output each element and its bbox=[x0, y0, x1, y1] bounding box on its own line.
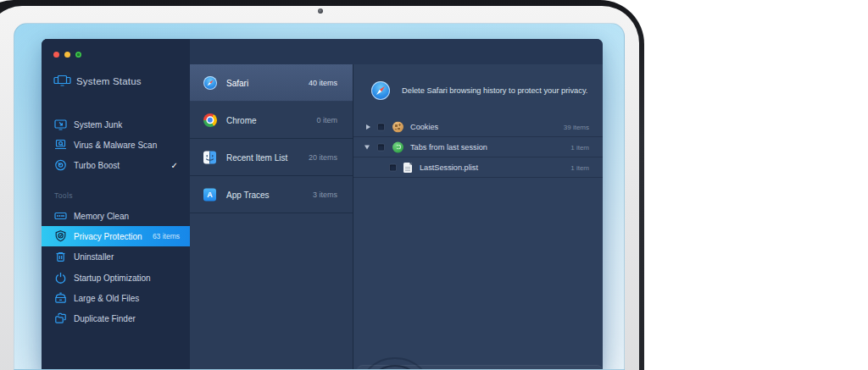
category-row-chrome[interactable]: Chrome 0 item bbox=[190, 102, 353, 139]
detail-row-count: 1 item bbox=[570, 143, 589, 151]
duplicate-finder-icon bbox=[54, 312, 67, 324]
detail-row-label: Tabs from last session bbox=[410, 143, 487, 152]
session-icon bbox=[392, 141, 403, 152]
detail-row-cookies[interactable]: Cookies 39 items bbox=[353, 117, 603, 137]
turbo-boost-checkmark: ✓ bbox=[171, 161, 178, 170]
detail-description: Delete Safari browsing history to protec… bbox=[402, 86, 587, 95]
sidebar-item-duplicate-finder[interactable]: Duplicate Finder bbox=[42, 309, 190, 328]
app-title: System Status bbox=[53, 75, 142, 87]
clean-button-ring: Clean bbox=[364, 365, 426, 370]
detail-header: Delete Safari browsing history to protec… bbox=[353, 64, 603, 117]
category-row-recent-items[interactable]: Recent Item List 20 items bbox=[190, 139, 353, 176]
system-junk-icon bbox=[54, 119, 67, 130]
tabs-session-checkbox[interactable] bbox=[377, 143, 385, 151]
category-count: 40 items bbox=[309, 79, 337, 87]
category-list: Safari 40 items Chrome 0 item bbox=[190, 64, 353, 370]
detail-row-label: Cookies bbox=[410, 123, 438, 131]
category-count: 0 item bbox=[316, 116, 337, 124]
category-label: Chrome bbox=[226, 115, 257, 124]
sidebar-item-label: Memory Clean bbox=[74, 212, 129, 221]
safari-icon bbox=[203, 76, 217, 90]
expander-expanded-icon[interactable] bbox=[364, 145, 370, 149]
startup-optimization-icon bbox=[54, 272, 67, 284]
uninstaller-icon bbox=[54, 251, 67, 262]
sidebar-item-label: Startup Optimization bbox=[74, 273, 151, 283]
cookie-icon bbox=[392, 121, 403, 132]
camera-dot bbox=[318, 8, 323, 14]
category-label: App Traces bbox=[226, 190, 270, 199]
system-status-icon bbox=[53, 75, 71, 87]
screen-wallpaper: System Status System Junk bbox=[14, 23, 625, 370]
category-count: 20 items bbox=[309, 153, 337, 162]
sidebar-item-label: Virus & Malware Scan bbox=[74, 141, 157, 150]
category-count: 3 items bbox=[313, 191, 337, 199]
finder-icon bbox=[203, 151, 216, 163]
sidebar-item-label: Large & Old Files bbox=[74, 294, 139, 303]
privacy-protection-icon bbox=[54, 230, 67, 243]
cookies-checkbox[interactable] bbox=[377, 123, 385, 130]
sidebar-item-count: 63 items bbox=[153, 232, 180, 240]
sidebar-item-label: Privacy Protection bbox=[74, 232, 142, 241]
sidebar-item-startup-optimization[interactable]: Startup Optimization bbox=[42, 268, 190, 287]
category-label: Recent Item List bbox=[226, 152, 287, 162]
minimize-button[interactable] bbox=[64, 52, 70, 58]
zoom-button[interactable] bbox=[75, 52, 81, 58]
detail-panel: Delete Safari browsing history to protec… bbox=[353, 64, 603, 370]
category-row-safari[interactable]: Safari 40 items bbox=[190, 64, 353, 102]
sidebar-item-turbo-boost[interactable]: Turbo Boost ✓ bbox=[42, 156, 190, 174]
detail-row-count: 39 items bbox=[564, 123, 589, 130]
sidebar-item-label: System Junk bbox=[74, 120, 122, 130]
sidebar-item-uninstaller[interactable]: Uninstaller bbox=[42, 247, 190, 266]
safari-large-icon bbox=[371, 81, 390, 100]
virus-scan-icon bbox=[54, 139, 67, 151]
turbo-boost-icon bbox=[54, 159, 67, 171]
macbook-device: System Status System Junk bbox=[0, 0, 868, 370]
detail-row-label: LastSession.plist bbox=[420, 163, 478, 172]
detail-row-count: 1 item bbox=[570, 163, 589, 171]
traffic-lights bbox=[53, 52, 81, 58]
category-label: Safari bbox=[226, 78, 248, 87]
app-window: System Status System Junk bbox=[42, 39, 603, 370]
sidebar-item-memory-clean[interactable]: Memory Clean bbox=[42, 207, 190, 225]
memory-clean-icon bbox=[54, 210, 67, 222]
close-button[interactable] bbox=[53, 52, 59, 58]
detail-row-tabs-session[interactable]: Tabs from last session 1 item bbox=[353, 137, 603, 157]
sidebar-item-label: Turbo Boost bbox=[74, 161, 120, 170]
app-traces-letter: A bbox=[207, 191, 213, 198]
sidebar-item-virus-scan[interactable]: Virus & Malware Scan bbox=[42, 135, 190, 154]
sidebar: System Status System Junk bbox=[42, 39, 190, 370]
category-row-app-traces[interactable]: A App Traces 3 items bbox=[190, 176, 353, 213]
sidebar-item-large-old-files[interactable]: Large & Old Files bbox=[42, 289, 190, 307]
tools-heading: Tools bbox=[54, 191, 73, 200]
sidebar-item-privacy-protection[interactable]: Privacy Protection 63 items bbox=[42, 226, 190, 246]
sidebar-item-label: Duplicate Finder bbox=[74, 314, 136, 323]
file-icon bbox=[403, 163, 412, 173]
detail-rows: Cookies 39 items Tabs from last session … bbox=[353, 117, 603, 178]
detail-row-lastsession-file[interactable]: LastSession.plist 1 item bbox=[353, 157, 603, 178]
large-old-files-icon bbox=[54, 292, 67, 304]
app-title-label: System Status bbox=[76, 76, 142, 86]
sidebar-item-label: Uninstaller bbox=[74, 252, 114, 262]
chrome-icon bbox=[203, 113, 217, 127]
sidebar-item-system-junk[interactable]: System Junk bbox=[42, 115, 190, 134]
lastsession-checkbox[interactable] bbox=[389, 163, 397, 171]
app-traces-icon: A bbox=[203, 188, 216, 201]
expander-collapsed-icon[interactable] bbox=[366, 124, 370, 130]
